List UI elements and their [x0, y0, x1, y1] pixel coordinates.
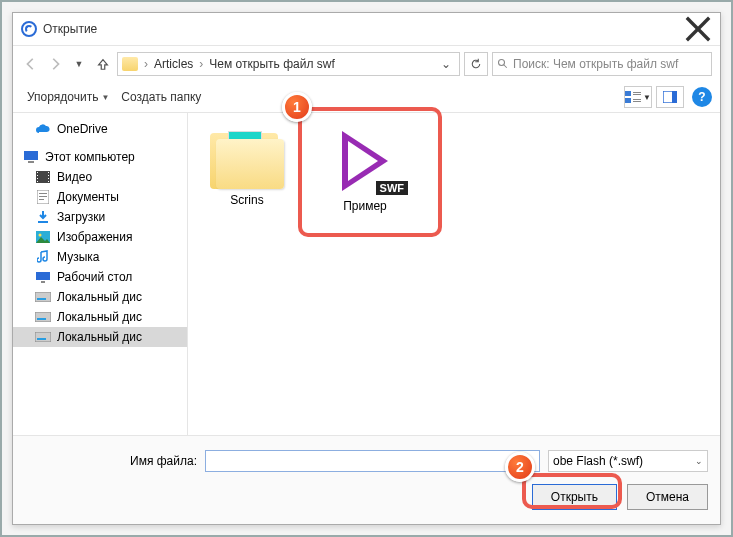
svg-rect-31 [41, 281, 45, 283]
svg-rect-18 [37, 181, 38, 182]
disk-icon [35, 310, 51, 324]
forward-button[interactable] [45, 54, 65, 74]
svg-rect-7 [625, 98, 631, 103]
preview-pane-icon [663, 91, 677, 103]
downloads-icon [35, 210, 51, 224]
svg-rect-6 [633, 94, 641, 95]
svg-rect-15 [37, 172, 38, 173]
svg-rect-24 [39, 193, 47, 194]
svg-point-29 [39, 234, 42, 237]
chevron-down-icon: ▼ [643, 93, 651, 102]
svg-rect-25 [39, 196, 47, 197]
folder-label: Scrins [230, 193, 263, 207]
breadcrumb-dropdown[interactable]: ⌄ [437, 57, 455, 71]
cancel-button[interactable]: Отмена [627, 484, 708, 510]
sidebar-item-video[interactable]: Видео [13, 167, 187, 187]
sidebar-item-images[interactable]: Изображения [13, 227, 187, 247]
refresh-icon [470, 58, 482, 70]
sidebar: OneDrive Этот компьютер Видео Документы … [13, 113, 188, 435]
back-button[interactable] [21, 54, 41, 74]
svg-rect-9 [633, 101, 641, 102]
desktop-icon [35, 270, 51, 284]
filename-input[interactable] [205, 450, 540, 472]
views-icon [625, 91, 641, 103]
sidebar-item-music[interactable]: Музыка [13, 247, 187, 267]
annotation-highlight-1 [298, 107, 442, 237]
filetype-dropdown[interactable]: obe Flash (*.swf) ⌄ [548, 450, 708, 472]
sidebar-item-downloads[interactable]: Загрузки [13, 207, 187, 227]
view-options-button[interactable]: ▼ [624, 86, 652, 108]
sidebar-item-disk[interactable]: Локальный дис [13, 327, 187, 347]
search-input[interactable]: Поиск: Чем открыть файл swf [492, 52, 712, 76]
sidebar-item-disk[interactable]: Локальный дис [13, 287, 187, 307]
app-icon [21, 21, 37, 37]
breadcrumb-current[interactable]: Чем открыть файл swf [209, 57, 334, 71]
docs-icon [35, 190, 51, 204]
annotation-highlight-2 [522, 473, 622, 509]
new-folder-button[interactable]: Создать папку [115, 86, 207, 108]
chevron-down-icon: ⌄ [695, 456, 703, 466]
svg-rect-4 [625, 91, 631, 96]
annotation-badge-2: 2 [505, 452, 535, 482]
svg-rect-11 [672, 91, 677, 103]
svg-rect-35 [37, 318, 46, 320]
svg-rect-37 [37, 338, 46, 340]
arrow-right-icon [48, 57, 62, 71]
svg-rect-27 [38, 221, 48, 223]
svg-rect-13 [28, 161, 34, 163]
music-icon [35, 250, 51, 264]
filename-label: Имя файла: [25, 454, 197, 468]
recent-dropdown[interactable]: ▼ [69, 54, 89, 74]
svg-rect-22 [48, 181, 49, 182]
svg-rect-16 [37, 175, 38, 176]
help-button[interactable]: ? [692, 87, 712, 107]
svg-rect-8 [633, 99, 641, 100]
refresh-button[interactable] [464, 52, 488, 76]
disk-icon [35, 290, 51, 304]
close-icon [684, 15, 712, 43]
svg-rect-30 [36, 272, 50, 280]
sidebar-item-this-pc[interactable]: Этот компьютер [13, 147, 187, 167]
search-placeholder: Поиск: Чем открыть файл swf [513, 57, 678, 71]
svg-line-3 [504, 65, 507, 68]
svg-rect-5 [633, 92, 641, 93]
chevron-down-icon: ▼ [101, 93, 109, 102]
images-icon [35, 230, 51, 244]
svg-point-2 [499, 60, 505, 66]
nav-row: ▼ › Articles › Чем открыть файл swf ⌄ По… [13, 46, 720, 82]
folder-item[interactable]: Scrins [202, 127, 292, 207]
up-button[interactable] [93, 54, 113, 74]
close-button[interactable] [684, 19, 712, 39]
annotation-badge-1: 1 [282, 92, 312, 122]
folder-icon [210, 127, 284, 189]
video-icon [35, 170, 51, 184]
svg-rect-20 [48, 175, 49, 176]
svg-rect-36 [35, 332, 51, 342]
preview-pane-button[interactable] [656, 86, 684, 108]
sidebar-item-documents[interactable]: Документы [13, 187, 187, 207]
file-pane[interactable]: Scrins SWF Пример [188, 113, 720, 435]
breadcrumb-root[interactable]: Articles [154, 57, 193, 71]
cloud-icon [35, 122, 51, 136]
svg-rect-34 [35, 312, 51, 322]
svg-rect-17 [37, 178, 38, 179]
svg-rect-12 [24, 151, 38, 160]
folder-icon [122, 57, 138, 71]
window-title: Открытие [43, 22, 684, 36]
search-icon [497, 58, 509, 70]
svg-rect-21 [48, 178, 49, 179]
arrow-left-icon [24, 57, 38, 71]
chevron-right-icon: › [140, 57, 152, 71]
sidebar-item-onedrive[interactable]: OneDrive [13, 119, 187, 139]
chevron-right-icon: › [195, 57, 207, 71]
arrow-up-icon [96, 57, 110, 71]
svg-rect-32 [35, 292, 51, 302]
sidebar-item-desktop[interactable]: Рабочий стол [13, 267, 187, 287]
sidebar-item-disk[interactable]: Локальный дис [13, 307, 187, 327]
breadcrumb[interactable]: › Articles › Чем открыть файл swf ⌄ [117, 52, 460, 76]
svg-rect-26 [39, 199, 44, 200]
svg-rect-19 [48, 172, 49, 173]
organize-menu[interactable]: Упорядочить ▼ [21, 86, 115, 108]
svg-rect-33 [37, 298, 46, 300]
open-file-dialog: Открытие ▼ › Articles › Чем открыть файл… [12, 12, 721, 525]
